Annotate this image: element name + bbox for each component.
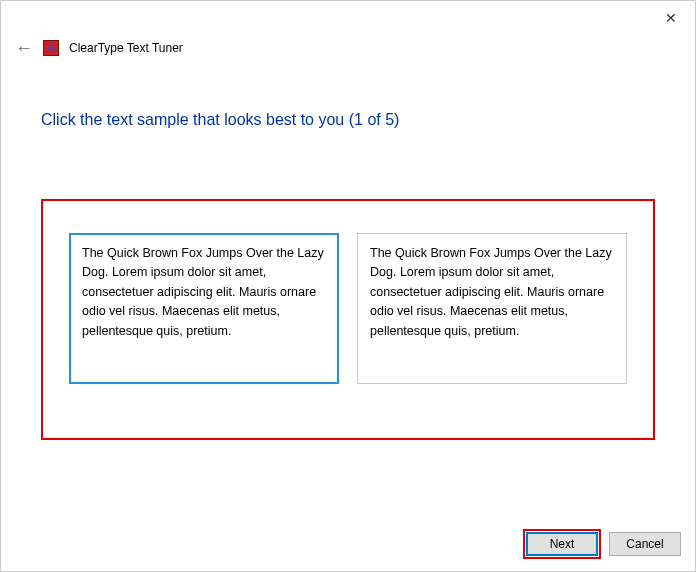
cancel-button[interactable]: Cancel [609,532,681,556]
footer-buttons: Next Cancel [523,529,681,559]
text-sample-2[interactable]: The Quick Brown Fox Jumps Over the Lazy … [357,233,627,384]
window-title: ClearType Text Tuner [69,41,183,55]
content-area: Click the text sample that looks best to… [1,63,695,440]
toolbar: ← A ClearType Text Tuner [1,35,695,63]
next-button-highlight: Next [523,529,601,559]
page-heading: Click the text sample that looks best to… [41,111,655,129]
text-sample-1[interactable]: The Quick Brown Fox Jumps Over the Lazy … [69,233,339,384]
close-icon[interactable]: ✕ [659,5,683,31]
next-button[interactable]: Next [526,532,598,556]
titlebar: ✕ [1,1,695,35]
samples-container: The Quick Brown Fox Jumps Over the Lazy … [41,199,655,440]
app-icon: A [43,40,59,56]
back-arrow-icon[interactable]: ← [15,39,33,57]
